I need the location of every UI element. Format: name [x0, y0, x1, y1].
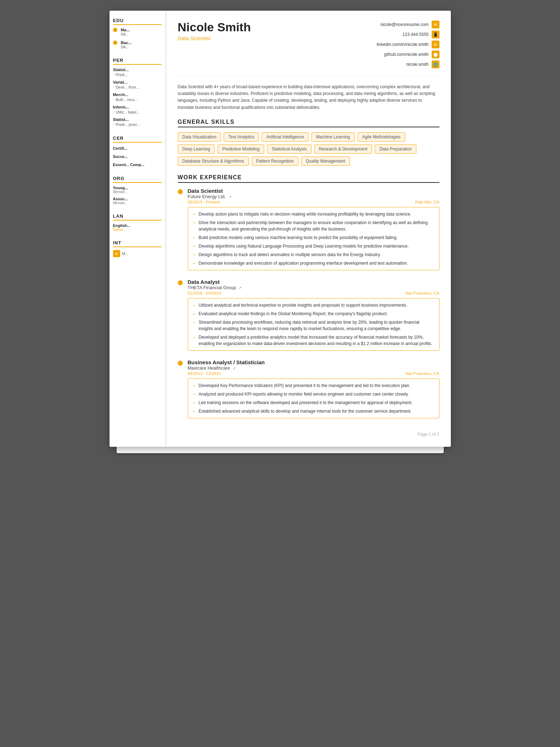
bullet-1-2: Streamlined data processing workflows, r…: [193, 319, 434, 332]
job-item-0: Data Scientist Future Energy Ltd. ↗ 05/2…: [178, 188, 439, 270]
skill-tag-6: Predictive Modeling: [218, 144, 264, 154]
job-item-1: Data Analyst THETA Financial Group ↗ 01/…: [178, 279, 439, 351]
cert-3: Essent... Comp...: [113, 162, 162, 167]
personal-label-4: Inform...: [113, 105, 162, 109]
bullet-0-5: Demonstrate knowledge and execution of a…: [193, 260, 434, 266]
personal-bullet-4: Utiliz... basic...: [113, 110, 140, 114]
sidebar-personal-section: PER Statist... Predi... Variat... Deve..…: [113, 58, 162, 127]
skill-tag-3: Machine Learning: [311, 132, 354, 142]
bullet-2-1: Analyzed and produced KPI reports allowi…: [193, 391, 434, 397]
bullet-0-3: Develop algorithms using Natural Languag…: [193, 243, 434, 249]
job-location-1: San Francisco, CA: [405, 291, 439, 295]
company-link-icon-2: ↗: [233, 366, 235, 370]
sidebar-org-heading: ORG: [113, 176, 162, 183]
company-link-icon-1: ↗: [239, 286, 241, 290]
job-dates-row-1: 01/2016 - 04/2019 San Francisco, CA: [188, 291, 439, 295]
header-right: nicole@novoresume.com ✉ 123 444 5555 📱 l…: [377, 21, 439, 70]
job-bullets-2: Developed Key Performance Indicators (KP…: [188, 378, 439, 418]
bullet-0-4: Design algorithms to track and detect an…: [193, 251, 434, 258]
job-dates-2: 04/2013 - 12/2015: [188, 371, 221, 376]
edu-degree-1: Ma...: [121, 28, 130, 32]
job-title-0: Data Scientist: [188, 188, 439, 194]
bullet-2-0: Developed Key Performance Indicators (KP…: [193, 382, 434, 389]
personal-bullet-3: Built... reco...: [113, 97, 138, 102]
skill-tag-8: Research & Development: [314, 144, 372, 154]
cert-2: Succe...: [113, 154, 162, 159]
job-company-1: THETA Financial Group ↗: [188, 285, 439, 290]
email-icon: ✉: [432, 21, 439, 28]
lang-name-1: English...: [113, 223, 162, 228]
job-dates-0: 05/2019 - Present: [188, 200, 220, 204]
skill-tag-11: Pattern Recognition: [252, 157, 298, 166]
cert-name-2: Succe...: [113, 154, 128, 159]
job-title-2: Business Analyst / Statistician: [188, 359, 439, 365]
sidebar-organizations-section: ORG Young... Membe... Assoc... Membe...: [113, 176, 162, 205]
job-dot-2: [178, 361, 183, 366]
phone-icon: 📱: [432, 31, 439, 38]
email-text: nicole@novoresume.com: [380, 22, 429, 27]
interest-icon-1: ⚙: [113, 250, 120, 257]
header-left: Nicole Smith Data Scientist: [178, 21, 251, 41]
main-content: Nicole Smith Data Scientist nicole@novor…: [166, 11, 451, 447]
job-dot-1: [178, 280, 183, 285]
lang-1: English... Native ...: [113, 223, 162, 232]
job-location-0: Palo Alto, CA: [415, 200, 439, 204]
job-location-2: San Francisco, CA: [405, 371, 439, 376]
interest-label-1: M...: [122, 251, 129, 256]
personal-label-2: Variat...: [113, 80, 162, 84]
job-bullets-1: Utilized analytical and technical expert…: [188, 298, 439, 351]
bullet-2-2: Led training sessions on the software de…: [193, 399, 434, 406]
cert-name-3: Essent... Comp...: [113, 163, 145, 167]
sidebar-lang-heading: LAN: [113, 213, 162, 221]
org-2: Assoc... Membe...: [113, 197, 162, 205]
candidate-name: Nicole Smith: [178, 21, 251, 34]
skill-tag-7: Statistical Analysis: [267, 144, 311, 154]
github-icon: ⬤: [432, 51, 439, 58]
page-footer: Page 1 of 2: [178, 427, 439, 437]
personal-label-5: Statist...: [113, 117, 162, 122]
edu-school-2: SA...: [121, 45, 132, 49]
sidebar-personal-heading: PER: [113, 58, 162, 65]
sidebar-education-heading: EDU: [113, 18, 162, 25]
sidebar-certifications-section: CER Certifi... Succe... Essent... Comp..…: [113, 136, 162, 167]
bullet-1-0: Utilized analytical and technical expert…: [193, 302, 434, 308]
skill-tag-4: Agile Methodologies: [358, 132, 405, 142]
skill-tag-2: Artificial Intelligence: [262, 132, 309, 142]
skills-tags-container: Data Visualization Text Analytics Artifi…: [178, 132, 439, 166]
contact-email: nicole@novoresume.com ✉: [377, 21, 439, 28]
phone-text: 123 444 5555: [402, 32, 428, 37]
skill-tag-12: Quality Management: [301, 157, 350, 166]
org-name-2: Assoc...: [113, 197, 162, 201]
candidate-title: Data Scientist: [178, 35, 251, 41]
job-dates-row-2: 04/2013 - 12/2015 San Francisco, CA: [188, 371, 439, 376]
company-link-icon-0: ↗: [229, 195, 231, 199]
job-company-0: Future Energy Ltd. ↗: [188, 194, 439, 199]
bullet-0-1: Drive the interaction and partnership be…: [193, 219, 434, 232]
job-dates-row-0: 05/2019 - Present Palo Alto, CA: [188, 200, 439, 204]
contact-phone: 123 444 5555 📱: [377, 31, 439, 38]
summary-text: Data Scientist with 4+ years of broad-ba…: [178, 84, 439, 111]
job-dates-1: 01/2016 - 04/2019: [188, 291, 221, 295]
skill-tag-5: Deep Learning: [178, 144, 215, 154]
sidebar-personal-1: Statist... Predi...: [113, 68, 162, 77]
bullet-0-2: Build predictive models using various ma…: [193, 234, 434, 241]
personal-bullet-5: Predi... provi...: [113, 122, 140, 127]
skill-tag-0: Data Visualization: [178, 132, 221, 142]
sidebar-edu-item-2: Bac... SA...: [113, 41, 162, 49]
work-experience-section: WORK EXPERIENCE Data Scientist Future En…: [178, 174, 439, 418]
personal-label-3: Merch...: [113, 92, 162, 97]
sidebar-personal-2: Variat... Deve... from...: [113, 80, 162, 90]
bullet-0-0: Develop action plans to mitigate risks i…: [193, 211, 434, 217]
org-role-2: Membe...: [113, 201, 162, 205]
bullet-2-3: Established advanced analytical skills t…: [193, 408, 434, 414]
sidebar-cert-heading: CER: [113, 136, 162, 143]
personal-bullet-2: Deve... from...: [113, 85, 139, 89]
org-name-1: Young...: [113, 186, 162, 190]
sidebar-interests-heading: INT: [113, 240, 162, 247]
job-company-2: Maxicare Healthcare ↗: [188, 365, 439, 371]
edu-dot-2: [113, 41, 117, 45]
sidebar-languages-section: LAN English... Native ...: [113, 213, 162, 232]
cert-1: Certifi...: [113, 145, 162, 151]
page-label: Page 1 of 2: [417, 432, 439, 437]
work-heading: WORK EXPERIENCE: [178, 174, 439, 183]
